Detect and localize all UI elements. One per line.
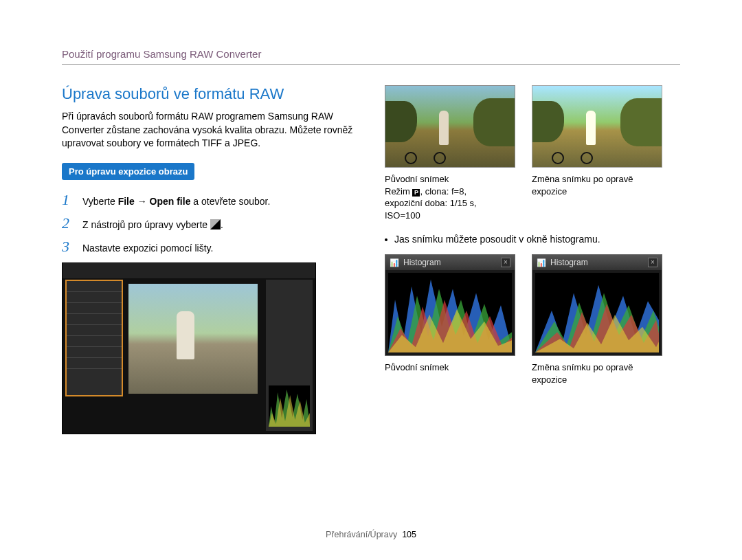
step-number: 2 bbox=[62, 214, 76, 232]
footer-section: Přehrávání/Úpravy bbox=[326, 530, 397, 539]
step-number: 3 bbox=[62, 238, 76, 256]
cap-line: expozice bbox=[532, 186, 662, 198]
photo-adjusted bbox=[532, 85, 662, 168]
right-column: Původní snímek Režim P, clona: f=8, expo… bbox=[385, 85, 680, 434]
histogram-title: Histogram bbox=[403, 258, 441, 267]
page-header: Použití programu Samsung RAW Converter bbox=[62, 48, 680, 65]
cap-line: , clona: f=8, bbox=[420, 186, 466, 197]
app-screenshot bbox=[62, 262, 316, 434]
step-number: 1 bbox=[62, 191, 76, 209]
footer-page: 105 bbox=[402, 530, 416, 539]
histogram-icon: 📊 bbox=[390, 258, 399, 267]
hist-caption-original: Původní snímek bbox=[385, 361, 515, 385]
step-text-post: . bbox=[221, 219, 223, 230]
cap-line: Změna snímku po opravě bbox=[532, 173, 662, 186]
step-text-bold: File → Open file bbox=[118, 196, 191, 207]
histogram-original: 📊 Histogram × bbox=[385, 254, 515, 356]
step-2: 2 Z nástrojů pro úpravy vyberte . bbox=[62, 214, 357, 232]
mode-p-icon: P bbox=[412, 189, 420, 197]
step-text-pre: Nastavte expozici pomocí lišty. bbox=[82, 243, 213, 254]
step-1: 1 Vyberte File → Open file a otevřete so… bbox=[62, 191, 357, 209]
caption-adjusted: Změna snímku po opravě expozice bbox=[532, 173, 662, 221]
hist-caption-adjusted: Změna snímku po opravě expozice bbox=[532, 361, 662, 385]
close-icon[interactable]: × bbox=[648, 258, 657, 267]
close-icon[interactable]: × bbox=[501, 258, 510, 267]
histogram-adjusted: 📊 Histogram × bbox=[532, 254, 662, 356]
cap-line: expoziční doba: 1/15 s, bbox=[385, 197, 515, 210]
left-column: Úprava souborů ve formátu RAW Při úpravá… bbox=[62, 85, 357, 434]
histogram-icon: 📊 bbox=[537, 258, 546, 267]
step-text-pre: Z nástrojů pro úpravy vyberte bbox=[82, 219, 210, 230]
histogram-title: Histogram bbox=[550, 258, 588, 267]
subsection-badge: Pro úpravu expozice obrazu bbox=[62, 163, 194, 180]
intro-text: Při úpravách souborů formátu RAW program… bbox=[62, 110, 357, 150]
cap-line: expozice bbox=[532, 374, 662, 386]
page-footer: Přehrávání/Úpravy 105 bbox=[0, 530, 742, 539]
caption-original: Původní snímek Režim P, clona: f=8, expo… bbox=[385, 173, 515, 221]
step-text-post: a otevřete soubor. bbox=[190, 196, 270, 207]
cap-line: Režim bbox=[385, 186, 412, 197]
step-text-pre: Vyberte bbox=[82, 196, 118, 207]
step-3: 3 Nastavte expozici pomocí lišty. bbox=[62, 238, 357, 256]
section-title: Úprava souborů ve formátu RAW bbox=[62, 85, 357, 103]
photo-original bbox=[385, 85, 515, 168]
steps-list: 1 Vyberte File → Open file a otevřete so… bbox=[62, 191, 357, 256]
bullet-note: Jas snímku můžete posoudit v okně histog… bbox=[385, 234, 680, 245]
cap-line: Změna snímku po opravě bbox=[532, 361, 662, 374]
bullet-text: Jas snímku můžete posoudit v okně histog… bbox=[394, 234, 600, 245]
cap-line: ISO=100 bbox=[385, 210, 515, 222]
exposure-icon bbox=[210, 219, 221, 229]
cap-line: Původní snímek bbox=[385, 173, 515, 186]
